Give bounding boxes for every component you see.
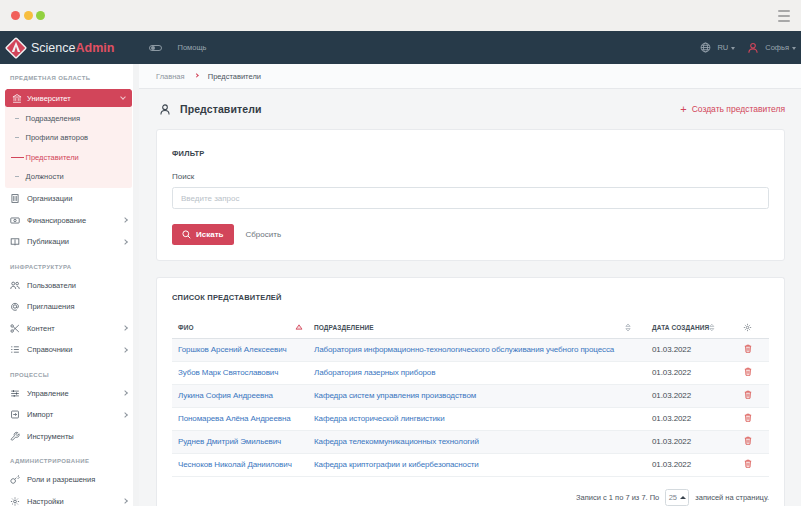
gear-icon bbox=[10, 496, 20, 506]
delete-button[interactable] bbox=[744, 390, 752, 399]
trash-icon bbox=[744, 390, 752, 399]
page-size-value: 25 bbox=[669, 493, 677, 502]
breadcrumb-home[interactable]: Главная bbox=[156, 72, 185, 81]
sidebar-item-finansirovanie[interactable]: Финансирование bbox=[0, 210, 139, 232]
close-window-icon[interactable] bbox=[11, 11, 20, 20]
created-date: 01.03.2022 bbox=[646, 407, 726, 430]
user-icon bbox=[747, 42, 759, 54]
list-icon bbox=[10, 344, 20, 355]
column-header-created[interactable]: ДАТА СОЗДАНИЯ bbox=[646, 302, 726, 339]
page-size-select[interactable]: 25 bbox=[665, 489, 689, 506]
sidebar: ПРЕДМЕТНАЯ ОБЛАСТЬ Университет Подраздел… bbox=[0, 64, 139, 506]
sidebar-item-predstaviteli[interactable]: Представители bbox=[5, 148, 132, 168]
pagination-summary-suffix: записей на страницу. bbox=[695, 493, 769, 502]
university-submenu: Подразделения Профили авторов Представит… bbox=[5, 107, 132, 188]
column-header-settings[interactable] bbox=[726, 302, 769, 339]
trash-icon bbox=[744, 459, 752, 468]
chevron-down-icon bbox=[731, 47, 735, 50]
department-link[interactable]: Кафедра систем управления производством bbox=[314, 391, 476, 400]
person-icon bbox=[159, 103, 171, 116]
create-representative-label: Создать представителя bbox=[692, 104, 785, 114]
sidebar-item-publikacii[interactable]: Публикации bbox=[0, 231, 139, 253]
table-row: Руднев Дмитрий Эмильевич Кафедра телеком… bbox=[172, 430, 769, 453]
sidebar-section-administration: АДМИНИСТРИРОВАНИЕ bbox=[0, 447, 139, 469]
delete-button[interactable] bbox=[744, 459, 752, 468]
column-header-fio[interactable]: ФИО bbox=[172, 302, 308, 339]
chevron-right-icon bbox=[122, 390, 128, 396]
department-link[interactable]: Лаборатория информационно-технологическо… bbox=[314, 345, 614, 354]
scissors-icon bbox=[10, 323, 20, 334]
pagination: Записи с 1 по 7 из 7. По 25 записей на с… bbox=[172, 489, 769, 506]
sidebar-item-import[interactable]: Импорт bbox=[0, 404, 139, 426]
delete-button[interactable] bbox=[744, 344, 752, 353]
sidebar-item-upravlenie[interactable]: Управление bbox=[0, 383, 139, 405]
department-link[interactable]: Кафедра исторической лингвистики bbox=[314, 414, 445, 423]
user-menu[interactable]: Софья bbox=[747, 42, 796, 54]
at-icon bbox=[10, 301, 20, 312]
search-button[interactable]: Искать bbox=[172, 224, 234, 245]
department-link[interactable]: Лаборатория лазерных приборов bbox=[314, 368, 435, 377]
trash-icon bbox=[744, 367, 752, 376]
language-menu[interactable]: RU bbox=[700, 42, 735, 53]
minimize-window-icon[interactable] bbox=[24, 11, 33, 20]
sidebar-item-priglasheniya[interactable]: Приглашения bbox=[0, 296, 139, 318]
traffic-lights bbox=[11, 11, 45, 20]
top-navbar: ScienceAdmin Помощь RU Софья bbox=[0, 31, 801, 64]
pagination-summary-prefix: Записи с 1 по 7 из 7. По bbox=[576, 493, 659, 502]
sidebar-item-instrumenty[interactable]: Инструменты bbox=[0, 426, 139, 448]
delete-button[interactable] bbox=[744, 436, 752, 445]
department-link[interactable]: Кафедра криптографии и кибербезопасности bbox=[314, 460, 479, 469]
sort-ascending-icon bbox=[295, 324, 303, 330]
help-link[interactable]: Помощь bbox=[178, 43, 207, 52]
sidebar-item-podrazdeleniya[interactable]: Подразделения bbox=[5, 109, 132, 129]
breadcrumb: Главная Представители bbox=[139, 64, 801, 89]
created-date: 01.03.2022 bbox=[646, 453, 726, 476]
create-representative-button[interactable]: + Создать представителя bbox=[680, 104, 785, 114]
created-date: 01.03.2022 bbox=[646, 430, 726, 453]
sidebar-item-roli[interactable]: Роли и разрешения bbox=[0, 469, 139, 491]
sidebar-section-infrastructure: ИНФРАСТРУКТУРА bbox=[0, 253, 139, 275]
sidebar-item-profili-avtorov[interactable]: Профили авторов bbox=[5, 128, 132, 148]
globe-icon bbox=[700, 42, 711, 53]
department-link[interactable]: Кафедра телекоммуникационных технологий bbox=[314, 437, 479, 446]
representative-link[interactable]: Лукина София Андреевна bbox=[178, 391, 273, 400]
sidebar-toggle[interactable] bbox=[149, 45, 162, 51]
wrench-icon bbox=[10, 431, 20, 442]
sidebar-item-dolzhnosti[interactable]: Должности bbox=[5, 167, 132, 187]
sidebar-item-polzovateli[interactable]: Пользователи bbox=[0, 275, 139, 297]
hamburger-icon[interactable] bbox=[778, 10, 790, 22]
chevron-down-icon bbox=[792, 47, 796, 50]
language-code: RU bbox=[717, 43, 728, 52]
representative-link[interactable]: Чесноков Николай Даниилович bbox=[178, 460, 292, 469]
representative-link[interactable]: Горшков Арсений Алексеевич bbox=[178, 345, 287, 354]
maximize-window-icon[interactable] bbox=[36, 11, 45, 20]
table-row: Горшков Арсений Алексеевич Лаборатория и… bbox=[172, 338, 769, 361]
representative-link[interactable]: Руднев Дмитрий Эмильевич bbox=[178, 437, 281, 446]
reset-button[interactable]: Сбросить bbox=[237, 224, 291, 245]
main-area: Главная Представители Представители + Со… bbox=[139, 64, 801, 506]
dash-icon bbox=[10, 137, 26, 138]
column-header-department[interactable]: ПОДРАЗДЕЛЕНИЕ bbox=[308, 302, 646, 339]
window-title-bar bbox=[0, 0, 801, 31]
table-row: Чесноков Николай Даниилович Кафедра крип… bbox=[172, 453, 769, 476]
brand-admin: Admin bbox=[75, 41, 114, 55]
user-name: Софья bbox=[765, 43, 789, 52]
sidebar-section-processes: ПРОЦЕССЫ bbox=[0, 361, 139, 383]
sidebar-item-nastroyki[interactable]: Настройки bbox=[0, 491, 139, 506]
university-icon bbox=[12, 93, 22, 104]
brand[interactable]: ScienceAdmin bbox=[0, 37, 139, 59]
filter-heading: ФИЛЬТР bbox=[172, 150, 769, 158]
delete-button[interactable] bbox=[744, 367, 752, 376]
sidebar-item-organizacii[interactable]: Организации bbox=[0, 188, 139, 210]
representative-link[interactable]: Зубов Марк Святославович bbox=[178, 368, 278, 377]
sliders-icon bbox=[10, 388, 20, 399]
search-input[interactable] bbox=[172, 187, 769, 209]
sidebar-item-university[interactable]: Университет bbox=[5, 89, 132, 107]
sidebar-item-kontent[interactable]: Контент bbox=[0, 318, 139, 340]
chevron-right-icon bbox=[194, 74, 199, 79]
sidebar-item-spravochniki[interactable]: Справочники bbox=[0, 339, 139, 361]
representatives-table: ФИО ПОДРАЗДЕЛЕНИЕ bbox=[172, 302, 769, 477]
representative-link[interactable]: Пономарева Алёна Андреевна bbox=[178, 414, 291, 423]
sidebar-item-label: Университет bbox=[27, 94, 121, 103]
delete-button[interactable] bbox=[744, 413, 752, 422]
